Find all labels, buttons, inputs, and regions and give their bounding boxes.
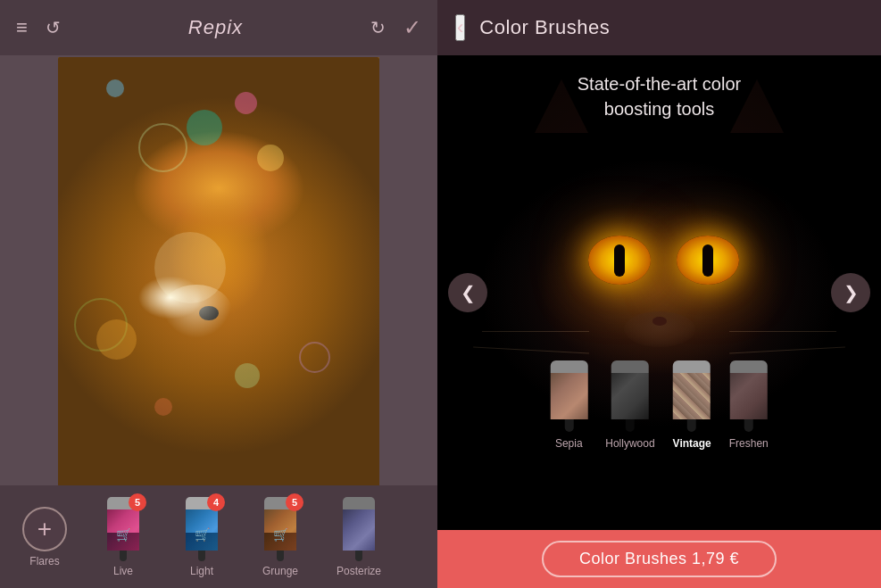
bokeh-5 <box>106 79 124 97</box>
freshen-brush[interactable]: Freshen <box>729 360 769 450</box>
chevron-left-icon: ❮ <box>461 282 476 303</box>
vintage-body <box>673 373 711 419</box>
redo-icon: ↻ <box>370 17 386 38</box>
back-chevron-icon: ‹ <box>457 16 463 38</box>
menu-icon: ≡ <box>16 18 28 37</box>
app-logo: Repix <box>188 16 243 39</box>
buy-button-border: Color Brushes 1,79 € <box>542 541 777 577</box>
live-brush-item[interactable]: 5 🛒 Live <box>87 497 159 577</box>
hollywood-tip <box>626 419 635 432</box>
left-nav-icons: ≡ ↺ <box>16 17 61 38</box>
image-area <box>0 55 437 485</box>
grunge-stylus: 5 🛒 <box>261 497 300 561</box>
posterize-label: Posterize <box>337 565 381 577</box>
fox-image <box>58 57 379 485</box>
check-icon: ✓ <box>403 15 421 40</box>
posterize-tip <box>355 551 362 561</box>
fox-white-muzzle <box>161 285 232 338</box>
vintage-cap <box>673 360 711 373</box>
right-panel: ‹ Color Brushes <box>437 0 881 588</box>
chevron-right-icon: ❯ <box>844 282 859 303</box>
left-panel: ≡ ↺ Repix ↻ ✓ <box>0 0 437 588</box>
freshen-tip <box>744 419 753 432</box>
light-tip <box>198 551 205 561</box>
posterize-brush-item[interactable]: Posterize <box>323 497 395 577</box>
confirm-button[interactable]: ✓ <box>403 15 421 40</box>
cart-icon-grunge: 🛒 <box>273 527 288 542</box>
vintage-label: Vintage <box>673 437 711 450</box>
buy-button-text: Color Brushes 1,79 € <box>579 550 739 567</box>
bokeh-7 <box>96 319 137 360</box>
bokeh-8 <box>299 342 330 373</box>
light-label: Light <box>190 565 213 577</box>
bokeh-10 <box>235 363 260 388</box>
grunge-badge: 5 <box>286 493 303 511</box>
sepia-cap <box>550 360 587 373</box>
add-brush-item: + Flares <box>9 507 80 567</box>
grunge-label: Grunge <box>262 565 298 577</box>
flares-label: Flares <box>29 555 59 567</box>
light-stylus: 4 🛒 <box>182 497 221 561</box>
grunge-brush-item[interactable]: 5 🛒 Grunge <box>245 497 316 577</box>
add-brush-button[interactable]: + <box>22 507 67 551</box>
vintage-brush[interactable]: Vintage <box>673 360 711 450</box>
bokeh-11 <box>154 398 172 416</box>
brush-toolbar: + Flares 5 🛒 Live <box>0 485 437 588</box>
hollywood-body <box>611 373 649 419</box>
hollywood-brush[interactable]: Hollywood <box>605 360 654 450</box>
tagline-line1: State-of-the-art color <box>578 74 741 94</box>
light-brush-item[interactable]: 4 🛒 Light <box>166 497 237 577</box>
posterize-cap <box>343 497 375 509</box>
brush-display-row: Sepia Hollywood Vintage <box>550 360 769 450</box>
sepia-body <box>550 373 587 419</box>
cart-icon-live: 🛒 <box>116 527 131 542</box>
topbar-left: ≡ ↺ Repix ↻ ✓ <box>0 0 437 55</box>
panel-title: Color Brushes <box>479 16 610 39</box>
undo-button[interactable]: ↺ <box>46 17 61 38</box>
sepia-tip <box>564 419 573 432</box>
bokeh-1 <box>187 110 222 145</box>
freshen-cap <box>730 360 768 373</box>
cart-icon-light: 🛒 <box>195 527 210 542</box>
bokeh-3 <box>138 123 187 172</box>
bokeh-4 <box>257 145 284 171</box>
promo-area: State-of-the-art color boosting tools ❮ … <box>437 55 881 530</box>
undo-icon: ↺ <box>46 17 61 38</box>
live-tip <box>120 551 127 561</box>
hollywood-cap <box>611 360 649 373</box>
promo-tagline: State-of-the-art color boosting tools <box>551 55 768 130</box>
live-label: Live <box>113 565 133 577</box>
posterize-body <box>343 509 375 551</box>
topbar-right: ‹ Color Brushes <box>437 0 881 55</box>
light-badge: 4 <box>207 493 225 511</box>
freshen-label: Freshen <box>729 437 769 450</box>
grunge-tip <box>277 551 284 561</box>
prev-brush-button[interactable]: ❮ <box>448 273 487 312</box>
back-button[interactable]: ‹ <box>455 14 465 41</box>
freshen-body <box>730 373 768 419</box>
buy-button-area[interactable]: Color Brushes 1,79 € <box>437 530 881 588</box>
next-brush-button[interactable]: ❯ <box>831 273 870 312</box>
right-actions: ↻ ✓ <box>370 15 421 40</box>
hollywood-label: Hollywood <box>605 437 654 450</box>
tagline-line2: boosting tools <box>604 99 714 119</box>
vintage-tip <box>687 419 696 432</box>
bokeh-2 <box>235 92 257 114</box>
fox-face <box>58 57 379 485</box>
menu-button[interactable]: ≡ <box>16 18 28 37</box>
posterize-stylus <box>339 497 378 561</box>
tagline-wrapper: State-of-the-art color boosting tools <box>551 55 768 130</box>
redo-button[interactable]: ↻ <box>370 17 386 38</box>
live-stylus: 5 🛒 <box>104 497 143 561</box>
sepia-label: Sepia <box>555 437 583 450</box>
live-badge: 5 <box>129 493 146 511</box>
sepia-brush[interactable]: Sepia <box>550 360 587 450</box>
